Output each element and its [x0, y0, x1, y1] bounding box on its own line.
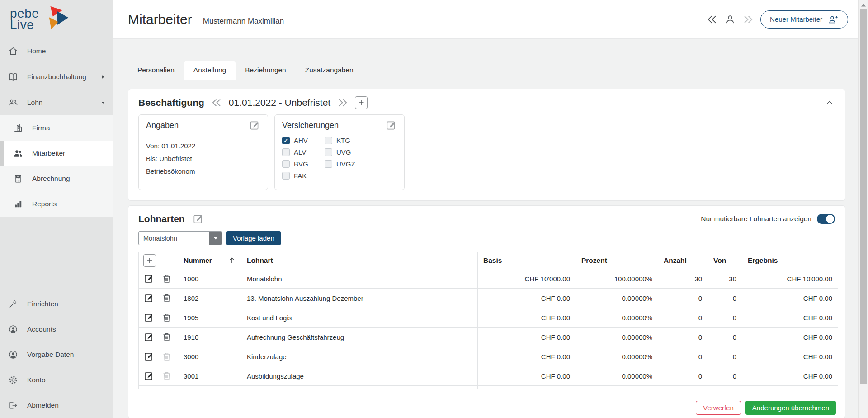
edit-row-icon[interactable] — [143, 293, 154, 304]
edit-versicherungen-icon[interactable] — [385, 119, 397, 131]
column-header-anzahl[interactable]: Anzahl — [658, 252, 708, 269]
delete-row-icon[interactable] — [161, 312, 172, 323]
edit-row-icon[interactable] — [143, 370, 154, 381]
edit-lohnarten-icon[interactable] — [192, 213, 204, 225]
cell-ergebnis: CHF 0.00 — [742, 347, 838, 366]
vertical-scrollbar[interactable] — [858, 0, 868, 418]
delete-row-icon[interactable] — [161, 370, 172, 381]
next-employee-icon[interactable] — [742, 14, 754, 25]
checkbox-label: KTG — [336, 137, 350, 144]
column-header-lohnart[interactable]: Lohnart — [241, 252, 478, 269]
discard-button[interactable]: Verwerfen — [696, 401, 741, 415]
column-header-basis[interactable]: Basis — [478, 252, 576, 269]
next-period-icon[interactable] — [337, 97, 349, 109]
mutable-filter-toggle[interactable] — [817, 214, 835, 224]
tab-personalien[interactable]: Personalien — [128, 61, 184, 80]
insurance-checkbox[interactable]: KTG — [325, 137, 397, 144]
cell-nummer: 1000 — [178, 269, 241, 289]
cell-basis: CHF 0.00 — [478, 347, 576, 366]
angaben-card: Angaben Von: 01.01.2022 Bis: Unbefristet… — [138, 114, 268, 190]
template-select-value: Monatslohn — [139, 235, 209, 242]
employment-until: Bis: Unbefristet — [146, 152, 260, 165]
page-title: Mitarbeiter — [128, 12, 192, 27]
insurance-checkbox[interactable]: BVG — [282, 160, 325, 168]
column-header-nummer[interactable]: Nummer — [178, 252, 241, 269]
sidebar-item-reports[interactable]: Reports — [0, 191, 113, 217]
new-employee-button[interactable]: Neuer Mitarbeiter — [760, 10, 848, 28]
brand-logo[interactable]: pebeLive — [0, 0, 113, 38]
cell-anzahl: 30 — [658, 269, 708, 289]
scrollbar-up-icon[interactable] — [861, 3, 866, 7]
tab-anstellung[interactable]: Anstellung — [184, 61, 236, 80]
delete-row-icon[interactable] — [161, 273, 172, 284]
sidebar: pebeLive Home Finanzbuchhaltung — [0, 0, 113, 418]
previous-period-icon[interactable] — [211, 97, 222, 109]
delete-row-icon[interactable] — [161, 351, 172, 362]
sidebar-item-firma[interactable]: Firma — [0, 115, 113, 141]
sidebar-item-accounts[interactable]: Accounts — [0, 317, 113, 342]
edit-row-icon[interactable] — [143, 332, 154, 342]
edit-row-icon[interactable] — [143, 273, 154, 284]
scrollbar-thumb[interactable] — [860, 9, 867, 384]
sidebar-item-einrichten[interactable]: Einrichten — [0, 291, 113, 317]
insurance-checkbox[interactable]: UVG — [325, 148, 397, 156]
cell-basis: CHF 0.00 — [478, 328, 576, 347]
edit-row-icon[interactable] — [143, 312, 154, 323]
tab-bar: Personalien Anstellung Beziehungen Zusat… — [128, 61, 845, 80]
cell-basis: CHF 0.00 — [478, 289, 576, 308]
checkbox-icon — [325, 160, 332, 168]
checkbox-icon — [282, 172, 290, 180]
load-template-button[interactable]: Vorlage laden — [226, 231, 281, 245]
add-row-button[interactable] — [143, 254, 156, 267]
person-icon[interactable] — [724, 14, 736, 25]
header-actions-cell — [139, 252, 178, 269]
cell-prozent: 0.00000% — [576, 289, 658, 308]
cell-basis: CHF 0.00 — [478, 366, 576, 386]
table-row: 3001 Ausbildungszulage CHF 0.00 0.00000%… — [139, 366, 838, 386]
lohnarten-title: Lohnarten — [138, 214, 185, 224]
previous-employee-icon[interactable] — [706, 14, 718, 25]
insurance-checkbox[interactable]: AHV — [282, 137, 325, 144]
sidebar-item-mitarbeiter[interactable]: Mitarbeiter — [0, 141, 113, 166]
add-period-button[interactable] — [355, 96, 368, 109]
magic-wand-icon — [8, 299, 18, 309]
edit-row-icon[interactable] — [143, 351, 154, 362]
edit-angaben-icon[interactable] — [249, 119, 260, 131]
brand-triangle-icon — [43, 5, 70, 33]
cell-nummer: 1802 — [178, 289, 241, 308]
sidebar-item-label: Lohn — [27, 99, 42, 107]
sidebar-item-lohn[interactable]: Lohn — [0, 90, 113, 115]
insurance-checkbox[interactable]: ALV — [282, 148, 325, 156]
delete-row-icon[interactable] — [161, 332, 172, 342]
sidebar-item-abmelden[interactable]: Abmelden — [0, 393, 113, 418]
sidebar-item-vorgabe-daten[interactable]: Vorgabe Daten — [0, 342, 113, 367]
employment-section: Beschäftigung 01.01.2022 - Unbefristet — [128, 89, 845, 201]
cell-lohnart: Kinderzulage — [241, 347, 478, 366]
checkbox-label: FAK — [294, 172, 307, 180]
insurance-checkbox[interactable]: UVGZ — [325, 160, 397, 168]
column-header-prozent[interactable]: Prozent — [576, 252, 658, 269]
chevron-down-icon — [99, 99, 107, 106]
sidebar-item-abrechnung[interactable]: Abrechnung — [0, 166, 113, 191]
table-row: 3000 Kinderzulage CHF 0.00 0.00000% 0 0 … — [139, 347, 838, 366]
insurance-checkbox[interactable]: FAK — [282, 172, 325, 180]
sidebar-item-home[interactable]: Home — [0, 38, 113, 64]
row-actions-cell — [139, 347, 178, 366]
column-header-ergebnis[interactable]: Ergebnis — [742, 252, 838, 269]
delete-row-icon[interactable] — [161, 293, 172, 304]
apply-changes-button[interactable]: Änderungen übernehmen — [745, 401, 836, 415]
tab-zusatzangaben[interactable]: Zusatzangaben — [296, 61, 363, 80]
collapse-section-icon[interactable] — [824, 97, 835, 108]
tab-beziehungen[interactable]: Beziehungen — [236, 61, 296, 80]
building-icon — [13, 123, 23, 133]
sidebar-item-konto[interactable]: Konto — [0, 367, 113, 393]
cell-von: 0 — [708, 289, 742, 308]
sidebar-item-finanzbuchhaltung[interactable]: Finanzbuchhaltung — [0, 64, 113, 90]
column-header-von[interactable]: Von — [708, 252, 742, 269]
content-area: Personalien Anstellung Beziehungen Zusat… — [113, 39, 858, 418]
sidebar-item-label: Mitarbeiter — [32, 149, 65, 157]
template-select[interactable]: Monatslohn — [138, 231, 222, 245]
employment-header: Beschäftigung 01.01.2022 - Unbefristet — [138, 96, 835, 109]
table-row: 1802 13. Monatslohn Auszahlung Dezember … — [139, 289, 838, 308]
cell-von: 30 — [708, 269, 742, 289]
